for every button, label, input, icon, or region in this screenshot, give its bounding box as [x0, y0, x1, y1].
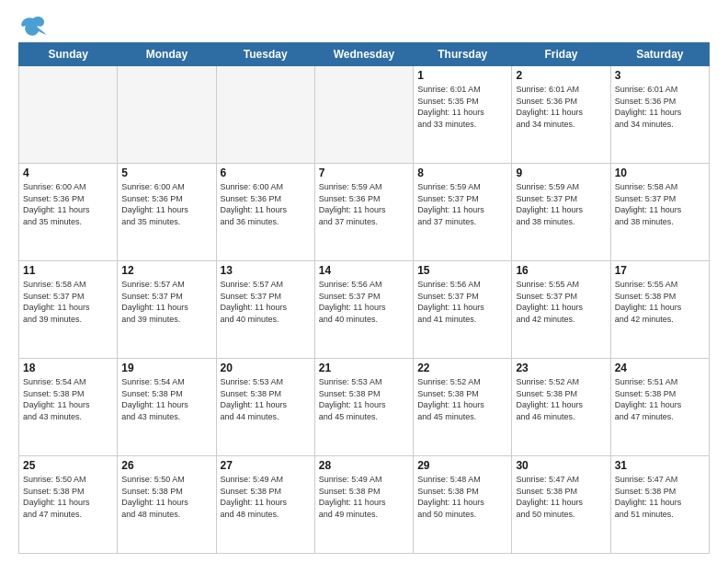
day-info: Sunrise: 5:50 AM Sunset: 5:38 PM Dayligh… [23, 474, 113, 520]
table-row: 21Sunrise: 5:53 AM Sunset: 5:38 PM Dayli… [314, 359, 413, 456]
table-row: 30Sunrise: 5:47 AM Sunset: 5:38 PM Dayli… [512, 456, 610, 554]
day-info: Sunrise: 5:53 AM Sunset: 5:38 PM Dayligh… [319, 376, 409, 422]
day-info: Sunrise: 5:52 AM Sunset: 5:38 PM Dayligh… [417, 376, 507, 422]
day-number: 7 [319, 167, 409, 179]
table-row: 22Sunrise: 5:52 AM Sunset: 5:38 PM Dayli… [414, 359, 512, 456]
weekday-header-thursday: Thursday [414, 43, 512, 66]
day-info: Sunrise: 5:55 AM Sunset: 5:38 PM Dayligh… [615, 279, 705, 325]
table-row [118, 66, 216, 164]
day-number: 6 [221, 167, 311, 179]
day-info: Sunrise: 5:52 AM Sunset: 5:38 PM Dayligh… [516, 376, 606, 422]
day-info: Sunrise: 5:48 AM Sunset: 5:38 PM Dayligh… [417, 474, 507, 520]
table-row: 13Sunrise: 5:57 AM Sunset: 5:37 PM Dayli… [216, 261, 314, 359]
week-row-4: 18Sunrise: 5:54 AM Sunset: 5:38 PM Dayli… [19, 359, 710, 456]
day-info: Sunrise: 5:56 AM Sunset: 5:37 PM Dayligh… [417, 279, 507, 325]
day-number: 10 [615, 167, 705, 179]
day-number: 4 [23, 167, 113, 179]
day-number: 21 [319, 362, 409, 374]
table-row [19, 66, 118, 164]
table-row: 29Sunrise: 5:48 AM Sunset: 5:38 PM Dayli… [414, 456, 512, 554]
table-row: 15Sunrise: 5:56 AM Sunset: 5:37 PM Dayli… [414, 261, 512, 359]
day-info: Sunrise: 5:58 AM Sunset: 5:37 PM Dayligh… [615, 181, 705, 227]
table-row: 12Sunrise: 5:57 AM Sunset: 5:37 PM Dayli… [118, 261, 216, 359]
day-info: Sunrise: 5:49 AM Sunset: 5:38 PM Dayligh… [319, 474, 409, 520]
day-info: Sunrise: 5:47 AM Sunset: 5:38 PM Dayligh… [516, 474, 606, 520]
weekday-header-wednesday: Wednesday [314, 43, 413, 66]
day-number: 30 [516, 459, 606, 472]
table-row [314, 66, 413, 164]
table-row: 19Sunrise: 5:54 AM Sunset: 5:38 PM Dayli… [118, 359, 216, 456]
day-info: Sunrise: 5:57 AM Sunset: 5:37 PM Dayligh… [121, 279, 211, 325]
day-number: 24 [615, 362, 705, 374]
weekday-header-monday: Monday [118, 43, 216, 66]
day-number: 31 [615, 459, 705, 472]
table-row: 17Sunrise: 5:55 AM Sunset: 5:38 PM Dayli… [610, 261, 709, 359]
page: SundayMondayTuesdayWednesdayThursdayFrid… [0, 0, 728, 563]
calendar-table: SundayMondayTuesdayWednesdayThursdayFrid… [18, 42, 710, 554]
day-number: 2 [516, 69, 606, 82]
table-row: 10Sunrise: 5:58 AM Sunset: 5:37 PM Dayli… [610, 164, 709, 261]
table-row: 18Sunrise: 5:54 AM Sunset: 5:38 PM Dayli… [19, 359, 118, 456]
day-info: Sunrise: 6:00 AM Sunset: 5:36 PM Dayligh… [23, 181, 113, 227]
table-row: 20Sunrise: 5:53 AM Sunset: 5:38 PM Dayli… [216, 359, 314, 456]
day-number: 13 [221, 264, 311, 277]
table-row: 31Sunrise: 5:47 AM Sunset: 5:38 PM Dayli… [610, 456, 709, 554]
day-info: Sunrise: 5:54 AM Sunset: 5:38 PM Dayligh… [23, 376, 113, 422]
day-info: Sunrise: 5:56 AM Sunset: 5:37 PM Dayligh… [319, 279, 409, 325]
logo-bird-icon [20, 15, 46, 37]
table-row: 4Sunrise: 6:00 AM Sunset: 5:36 PM Daylig… [19, 164, 118, 261]
day-number: 28 [319, 459, 409, 472]
table-row: 14Sunrise: 5:56 AM Sunset: 5:37 PM Dayli… [314, 261, 413, 359]
day-info: Sunrise: 5:53 AM Sunset: 5:38 PM Dayligh… [221, 376, 311, 422]
table-row: 26Sunrise: 5:50 AM Sunset: 5:38 PM Dayli… [118, 456, 216, 554]
day-number: 16 [516, 264, 606, 277]
header [18, 15, 710, 33]
day-number: 3 [615, 69, 705, 82]
table-row: 23Sunrise: 5:52 AM Sunset: 5:38 PM Dayli… [512, 359, 610, 456]
table-row: 5Sunrise: 6:00 AM Sunset: 5:36 PM Daylig… [118, 164, 216, 261]
day-info: Sunrise: 6:00 AM Sunset: 5:36 PM Dayligh… [221, 181, 311, 227]
day-number: 23 [516, 362, 606, 374]
day-info: Sunrise: 5:59 AM Sunset: 5:37 PM Dayligh… [417, 181, 507, 227]
table-row [216, 66, 314, 164]
week-row-3: 11Sunrise: 5:58 AM Sunset: 5:37 PM Dayli… [19, 261, 710, 359]
day-info: Sunrise: 5:58 AM Sunset: 5:37 PM Dayligh… [23, 279, 113, 325]
day-number: 29 [417, 459, 507, 472]
day-number: 8 [417, 167, 507, 179]
day-number: 14 [319, 264, 409, 277]
table-row: 7Sunrise: 5:59 AM Sunset: 5:36 PM Daylig… [314, 164, 413, 261]
table-row: 9Sunrise: 5:59 AM Sunset: 5:37 PM Daylig… [512, 164, 610, 261]
day-info: Sunrise: 5:55 AM Sunset: 5:37 PM Dayligh… [516, 279, 606, 325]
day-number: 5 [121, 167, 211, 179]
week-row-5: 25Sunrise: 5:50 AM Sunset: 5:38 PM Dayli… [19, 456, 710, 554]
day-number: 22 [417, 362, 507, 374]
day-info: Sunrise: 5:57 AM Sunset: 5:37 PM Dayligh… [221, 279, 311, 325]
day-number: 9 [516, 167, 606, 179]
logo [18, 15, 46, 33]
table-row: 28Sunrise: 5:49 AM Sunset: 5:38 PM Dayli… [314, 456, 413, 554]
weekday-header-sunday: Sunday [19, 43, 118, 66]
day-info: Sunrise: 5:59 AM Sunset: 5:37 PM Dayligh… [516, 181, 606, 227]
day-number: 27 [221, 459, 311, 472]
table-row: 2Sunrise: 6:01 AM Sunset: 5:36 PM Daylig… [512, 66, 610, 164]
day-info: Sunrise: 5:47 AM Sunset: 5:38 PM Dayligh… [615, 474, 705, 520]
day-number: 19 [121, 362, 211, 374]
day-info: Sunrise: 5:51 AM Sunset: 5:38 PM Dayligh… [615, 376, 705, 422]
weekday-header-saturday: Saturday [610, 43, 709, 66]
week-row-2: 4Sunrise: 6:00 AM Sunset: 5:36 PM Daylig… [19, 164, 710, 261]
day-info: Sunrise: 6:01 AM Sunset: 5:35 PM Dayligh… [417, 84, 507, 130]
day-number: 17 [615, 264, 705, 277]
table-row: 25Sunrise: 5:50 AM Sunset: 5:38 PM Dayli… [19, 456, 118, 554]
table-row: 24Sunrise: 5:51 AM Sunset: 5:38 PM Dayli… [610, 359, 709, 456]
weekday-header-tuesday: Tuesday [216, 43, 314, 66]
week-row-1: 1Sunrise: 6:01 AM Sunset: 5:35 PM Daylig… [19, 66, 710, 164]
day-number: 18 [23, 362, 113, 374]
table-row: 6Sunrise: 6:00 AM Sunset: 5:36 PM Daylig… [216, 164, 314, 261]
day-info: Sunrise: 6:00 AM Sunset: 5:36 PM Dayligh… [121, 181, 211, 227]
day-number: 15 [417, 264, 507, 277]
day-info: Sunrise: 6:01 AM Sunset: 5:36 PM Dayligh… [615, 84, 705, 130]
day-number: 25 [23, 459, 113, 472]
day-info: Sunrise: 5:49 AM Sunset: 5:38 PM Dayligh… [221, 474, 311, 520]
table-row: 27Sunrise: 5:49 AM Sunset: 5:38 PM Dayli… [216, 456, 314, 554]
table-row: 8Sunrise: 5:59 AM Sunset: 5:37 PM Daylig… [414, 164, 512, 261]
